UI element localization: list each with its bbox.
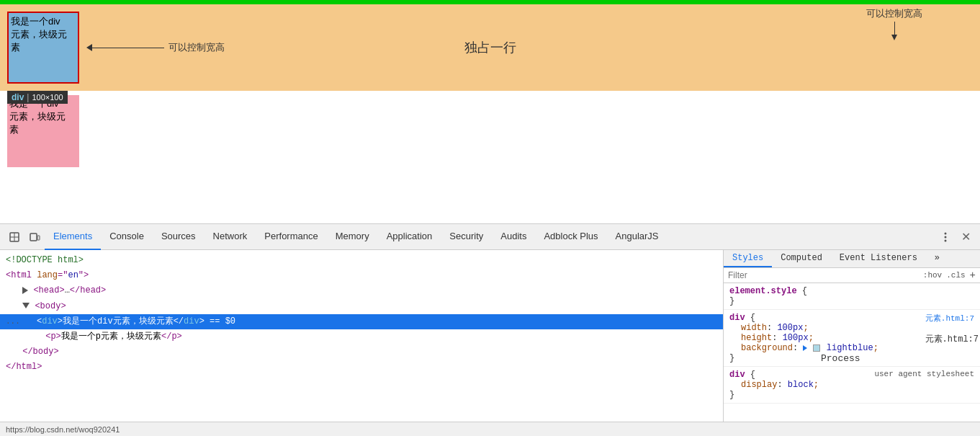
status-url: https://blog.csdn.net/woq920241 [6, 425, 120, 434]
styles-panel[interactable]: Styles Computed Event Listeners » :hov .… [724, 250, 980, 422]
process-annotation-label: Process [821, 353, 860, 364]
element-tooltip: div | 100×100 [7, 91, 68, 104]
add-style-rule-button[interactable]: + [970, 270, 976, 281]
tab-elements[interactable]: Elements [45, 224, 101, 250]
styles-rule-user-agent: div { user agent stylesheet display: blo… [724, 367, 980, 404]
styles-tabs-bar: Styles Computed Event Listeners » [724, 250, 980, 268]
cursor-icon [9, 231, 20, 243]
device-toggle-button[interactable] [24, 227, 45, 247]
color-swatch-lightblue[interactable] [813, 344, 820, 352]
tab-application[interactable]: Application [378, 224, 441, 250]
yuansu-annotation: 元素.html:7 [925, 333, 979, 345]
color-swatch-toggle[interactable] [803, 345, 807, 351]
tab-audits[interactable]: Audits [492, 224, 535, 250]
tooltip-size: 100×100 [32, 93, 63, 102]
status-bar: https://blog.csdn.net/woq920241 [0, 422, 980, 436]
right-annotation: 可以控制宽高 [866, 7, 922, 37]
can-control-width-label: 可以控制宽高 [168, 41, 225, 54]
tab-more-styles[interactable]: » [926, 250, 948, 267]
browser-content: 我是一个div元素，块级元素 可以控制宽高 独占一行 div | 100×100… [0, 4, 980, 223]
pink-div-element: 我是一个div元素，块级元素 [7, 95, 79, 167]
dom-line-html-close[interactable]: </html> [0, 360, 723, 375]
styles-source-link[interactable]: 元素.html:7 [925, 313, 974, 324]
blue-div-text: 我是一个div元素，块级元素 [9, 13, 69, 57]
inspect-element-button[interactable] [4, 227, 24, 247]
tab-angularjs[interactable]: AngularJS [607, 224, 667, 250]
occupy-row-label: 独占一行 [464, 39, 516, 56]
collapse-body-icon[interactable] [22, 303, 30, 308]
expand-head-icon[interactable] [22, 287, 28, 294]
tab-adblock-plus[interactable]: Adblock Plus [535, 224, 606, 250]
dom-panel[interactable]: <!DOCTYPE html> <html lang="en"> <head>…… [0, 250, 724, 422]
devtools-toolbar: Elements Console Sources Network Perform… [0, 224, 980, 250]
dom-line-head[interactable]: <head>…</head> [0, 283, 723, 298]
dom-line-doctype: <!DOCTYPE html> [0, 253, 723, 268]
more-options-button[interactable] [935, 227, 956, 247]
arrow-body [92, 48, 164, 48]
tooltip-tag: div [12, 92, 24, 102]
right-annotation-arrow [894, 22, 895, 36]
svg-point-6 [945, 236, 947, 238]
styles-source-useragent: user agent stylesheet [874, 370, 974, 378]
tab-security[interactable]: Security [441, 224, 492, 250]
styles-filter-bar: :hov .cls + [724, 268, 980, 283]
devtools-panel: Elements Console Sources Network Perform… [0, 223, 980, 436]
tab-sources[interactable]: Sources [153, 224, 204, 250]
dom-line-p[interactable]: <p>我是一个p元素，块级元素</p> [0, 329, 723, 344]
blue-div-element: 我是一个div元素，块级元素 [7, 12, 79, 84]
dom-line-html[interactable]: <html lang="en"> [0, 268, 723, 283]
svg-rect-3 [30, 233, 37, 241]
right-annotation-label: 可以控制宽高 [866, 7, 922, 20]
cls-filter-button[interactable]: .cls [946, 271, 965, 280]
tab-event-listeners[interactable]: Event Listeners [831, 250, 926, 267]
device-icon [29, 231, 40, 243]
dom-line-body-close[interactable]: </body> [0, 344, 723, 360]
tab-styles[interactable]: Styles [724, 250, 772, 267]
close-devtools-button[interactable]: ✕ [956, 227, 976, 247]
svg-point-7 [945, 239, 947, 241]
orange-row: 我是一个div元素，块级元素 可以控制宽高 独占一行 [0, 4, 980, 91]
dom-line-body[interactable]: <body> [0, 299, 723, 314]
styles-rule-element-style: element.style { } [724, 283, 980, 310]
tab-performance[interactable]: Performance [256, 224, 326, 250]
tab-computed[interactable]: Computed [772, 250, 831, 267]
dom-line-div-selected[interactable]: ... <div>我是一个div元素，块级元素</div> == $0 [0, 314, 723, 329]
devtools-body: <!DOCTYPE html> <html lang="en"> <head>…… [0, 250, 980, 422]
tab-network[interactable]: Network [204, 224, 256, 250]
pseudo-filter-button[interactable]: :hov [923, 271, 942, 280]
tab-memory[interactable]: Memory [327, 224, 378, 250]
svg-rect-4 [37, 236, 40, 240]
three-dots-vertical-icon [940, 231, 951, 243]
styles-filter-input[interactable] [728, 270, 919, 280]
arrow-left-icon [86, 44, 92, 51]
arrow-area: 可以控制宽高 [86, 41, 225, 54]
svg-point-5 [945, 232, 947, 234]
tab-console[interactable]: Console [101, 224, 153, 250]
